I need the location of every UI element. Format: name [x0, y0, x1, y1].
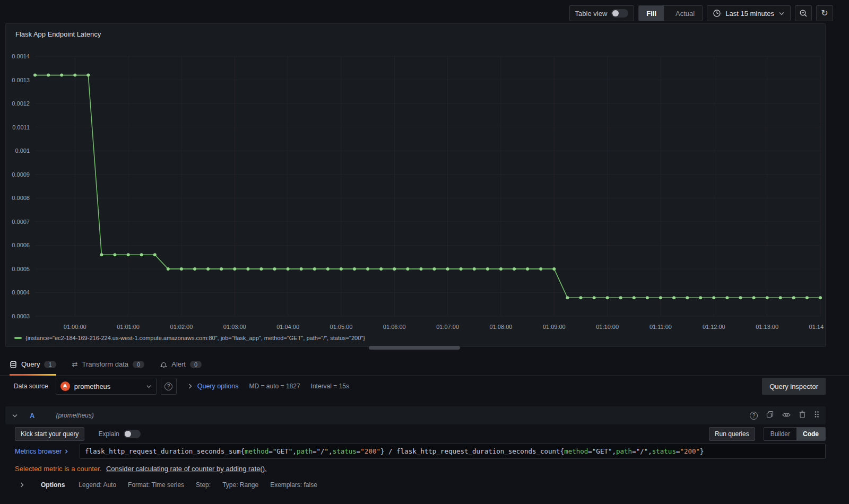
svg-text:0.0008: 0.0008	[12, 195, 30, 201]
transform-icon: ⇄	[72, 360, 78, 368]
chevron-right-icon	[20, 482, 24, 488]
latency-chart[interactable]: 0.00140.00130.00120.00110.0010.00090.000…	[7, 41, 824, 332]
query-inspector-button[interactable]: Query inspector	[762, 378, 826, 395]
query-row-header[interactable]: A (prometheus) ?	[5, 406, 826, 424]
svg-text:0.0006: 0.0006	[12, 242, 30, 248]
delete-query-trash-icon[interactable]	[799, 411, 805, 420]
builder-code-segmented: Builder Code	[764, 427, 826, 441]
add-rate-link[interactable]: Consider calculating rate of counter by …	[106, 465, 267, 473]
svg-text:01:05:00: 01:05:00	[330, 324, 353, 330]
svg-text:0.0012: 0.0012	[12, 100, 30, 107]
panel-title: Flask App Endpoint Latency	[15, 30, 101, 38]
svg-text:0.0014: 0.0014	[12, 53, 30, 59]
chart-legend[interactable]: {instance="ec2-184-169-216-224.us-west-1…	[14, 335, 365, 341]
svg-text:01:08:00: 01:08:00	[490, 324, 513, 330]
refresh-button[interactable]: ↻	[816, 5, 833, 21]
options-label: Options	[41, 481, 65, 489]
run-queries-button[interactable]: Run queries	[709, 427, 755, 441]
svg-text:01:07:00: 01:07:00	[436, 324, 459, 330]
query-ref-id: A	[30, 412, 34, 420]
legend-swatch	[14, 337, 22, 339]
actual-button[interactable]: Actual	[668, 6, 702, 21]
horizontal-scrollbar[interactable]	[369, 346, 460, 350]
options-type: Type: Range	[222, 481, 258, 489]
options-legend: Legend: Auto	[79, 481, 116, 489]
svg-text:01:14:00: 01:14:00	[809, 324, 824, 330]
svg-text:0.0011: 0.0011	[12, 124, 30, 131]
zoom-out-icon	[799, 9, 808, 18]
svg-text:01:13:00: 01:13:00	[756, 324, 778, 330]
svg-text:0.0004: 0.0004	[12, 289, 30, 296]
time-range-picker[interactable]: Last 15 minutes	[707, 5, 791, 21]
chevron-down-icon	[146, 385, 152, 388]
svg-text:0.0005: 0.0005	[12, 266, 30, 272]
svg-text:01:06:00: 01:06:00	[383, 324, 406, 330]
kick-start-query-button[interactable]: Kick start your query	[15, 427, 84, 441]
datasource-help-button[interactable]: ?	[161, 378, 177, 395]
svg-text:01:00:00: 01:00:00	[64, 324, 86, 330]
tab-query-badge: 1	[44, 361, 56, 368]
code-button[interactable]: Code	[796, 428, 825, 440]
datasource-selected-value: prometheus	[74, 383, 111, 390]
svg-text:0.001: 0.001	[15, 147, 30, 154]
query-editor-row: Metrics browser flask_http_request_durat…	[15, 444, 826, 459]
clock-icon	[713, 9, 721, 18]
query-datasource-hint: (prometheus)	[56, 412, 93, 419]
datasource-label: Data source	[14, 383, 48, 390]
explain-label: Explain	[98, 430, 119, 438]
metrics-browser-button[interactable]: Metrics browser	[15, 448, 80, 455]
svg-text:01:02:00: 01:02:00	[170, 324, 193, 330]
zoom-out-button[interactable]	[795, 5, 812, 21]
drag-handle-icon[interactable]	[814, 411, 819, 420]
options-format: Format: Time series	[128, 481, 184, 489]
chevron-right-icon	[65, 449, 68, 454]
svg-text:01:10:00: 01:10:00	[596, 324, 619, 330]
svg-text:0.0009: 0.0009	[12, 171, 30, 178]
svg-text:01:01:00: 01:01:00	[117, 324, 140, 330]
prometheus-icon	[60, 381, 70, 391]
hide-query-eye-icon[interactable]	[782, 411, 791, 420]
fill-button[interactable]: Fill	[639, 6, 664, 21]
svg-text:01:12:00: 01:12:00	[703, 324, 725, 330]
chevron-down-icon	[778, 12, 785, 15]
editor-toolbar: Kick start your query Explain Run querie…	[15, 427, 826, 441]
database-icon	[10, 361, 17, 368]
builder-button[interactable]: Builder	[764, 428, 796, 440]
time-series-panel: Flask App Endpoint Latency 0.00140.00130…	[5, 23, 826, 347]
metrics-browser-label: Metrics browser	[15, 448, 62, 455]
table-view-toggle-group[interactable]: Table view	[569, 5, 635, 21]
tab-transform-data[interactable]: ⇄ Transform data 0	[72, 353, 145, 376]
svg-text:01:09:00: 01:09:00	[543, 324, 566, 330]
bell-icon	[160, 361, 167, 368]
interval-value: Interval = 15s	[311, 383, 349, 390]
options-exemplars: Exemplars: false	[270, 481, 317, 489]
counter-warning: Selected metric is a counter. Consider c…	[15, 465, 267, 473]
tab-transform-label: Transform data	[82, 360, 128, 368]
table-view-toggle[interactable]	[611, 9, 628, 18]
tab-query[interactable]: Query 1	[10, 353, 56, 376]
svg-text:01:03:00: 01:03:00	[223, 324, 246, 330]
time-range-label: Last 15 minutes	[725, 10, 774, 18]
tab-transform-badge: 0	[133, 361, 144, 368]
duplicate-query-icon[interactable]	[766, 411, 774, 420]
refresh-icon: ↻	[821, 9, 828, 18]
max-data-points-value: MD = auto = 1827	[249, 383, 300, 390]
svg-text:0.0003: 0.0003	[12, 313, 30, 319]
svg-text:01:11:00: 01:11:00	[649, 324, 672, 330]
query-options-footer[interactable]: Options Legend: Auto Format: Time series…	[20, 477, 826, 492]
tab-alert-badge: 0	[190, 361, 202, 368]
collapse-chevron-icon[interactable]	[12, 414, 18, 418]
tab-alert[interactable]: Alert 0	[160, 353, 202, 376]
explain-toggle[interactable]	[124, 430, 141, 438]
table-view-label: Table view	[575, 10, 608, 18]
query-help-icon[interactable]: ?	[750, 412, 758, 420]
tab-query-label: Query	[21, 360, 40, 368]
query-options-label: Query options	[197, 383, 239, 390]
svg-text:0.0007: 0.0007	[12, 219, 30, 225]
query-options-toggle[interactable]: Query options MD = auto = 1827 Interval …	[188, 383, 349, 390]
legend-series-label: {instance="ec2-184-169-216-224.us-west-1…	[25, 335, 365, 341]
help-icon: ?	[164, 383, 172, 390]
datasource-select[interactable]: prometheus	[56, 378, 157, 395]
fill-actual-segmented: Fill Actual	[638, 5, 703, 21]
promql-query-input[interactable]: flask_http_request_duration_seconds_sum{…	[80, 444, 826, 459]
